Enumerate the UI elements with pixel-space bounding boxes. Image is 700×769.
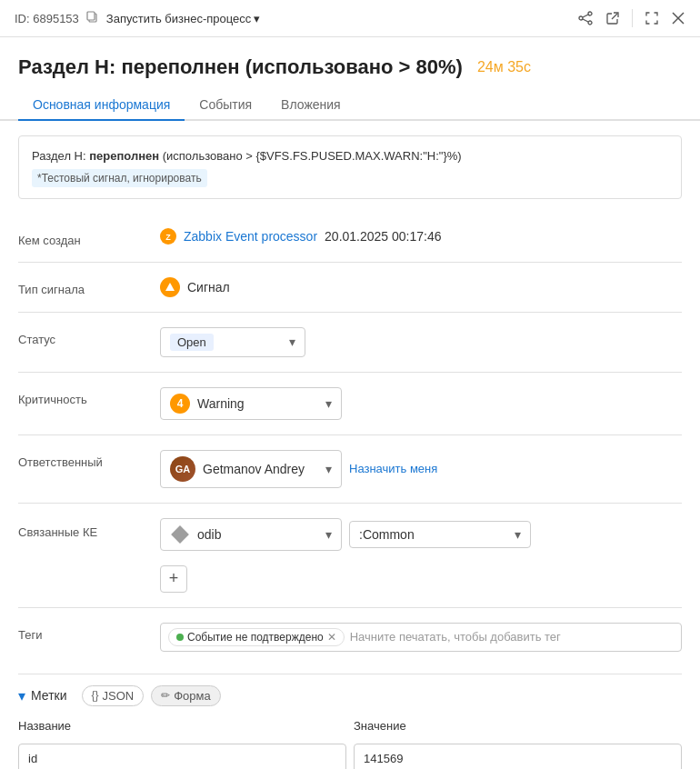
expand-icon[interactable] bbox=[644, 10, 660, 26]
responsible-chevron: ▾ bbox=[325, 462, 332, 476]
alert-tag-badge: *Тестовый сигнал, игнорировать bbox=[32, 169, 207, 187]
tag-item: Событие не подтверждено ✕ bbox=[168, 628, 345, 646]
ke-primary-chevron: ▾ bbox=[325, 527, 332, 542]
tags-value: Событие не подтверждено ✕ Начните печата… bbox=[160, 623, 682, 652]
metki-table-header: Название Значение bbox=[18, 714, 682, 738]
criticality-select[interactable]: 4 Warning ▾ bbox=[160, 387, 342, 420]
tag-input-placeholder[interactable]: Начните печатать, чтобы добавить тег bbox=[350, 630, 561, 644]
page-header: Раздел H: переполнен (использовано > 80%… bbox=[0, 37, 700, 90]
ke-secondary-select[interactable]: :Common ▾ bbox=[349, 521, 531, 548]
metki-section: ▾ Метки {} JSON ✏ Форма Название Значени… bbox=[18, 674, 682, 770]
alert-line1-post: (использовано > {$VFS.FS.PUSED.MAX.WARN:… bbox=[159, 149, 461, 163]
copy-icon[interactable] bbox=[86, 11, 99, 26]
signal-type-value: Сигнал bbox=[160, 277, 682, 297]
metki-tab-form[interactable]: ✏ Форма bbox=[151, 685, 221, 706]
svg-marker-12 bbox=[165, 283, 175, 291]
alert-line1-pre: Раздел H: bbox=[32, 149, 89, 163]
main-content: Раздел H: переполнен (использовано > {$V… bbox=[0, 121, 700, 769]
signal-type-label: Тип сигнала bbox=[18, 277, 145, 296]
field-responsible: Ответственный GA Getmanov Andrey ▾ Назна… bbox=[18, 439, 682, 499]
svg-line-5 bbox=[583, 15, 588, 17]
row-name-0: id bbox=[18, 744, 346, 770]
tab-basic-info[interactable]: Основная информация bbox=[18, 90, 185, 121]
field-tags: Теги Событие не подтверждено ✕ Начните п… bbox=[18, 612, 682, 663]
svg-point-4 bbox=[588, 21, 592, 25]
row-value-0: 141569 bbox=[354, 744, 682, 770]
top-bar-actions bbox=[577, 9, 685, 27]
tab-events[interactable]: События bbox=[185, 90, 266, 121]
svg-line-6 bbox=[583, 19, 588, 22]
field-criticality: Критичность 4 Warning ▾ bbox=[18, 376, 682, 431]
form-icon: ✏ bbox=[161, 689, 170, 702]
status-chevron: ▾ bbox=[289, 335, 295, 349]
metki-expand-icon: ▾ bbox=[18, 687, 25, 704]
responsible-label: Ответственный bbox=[18, 450, 145, 469]
alert-line1-bold: переполнен bbox=[89, 149, 159, 163]
tag-text: Событие не подтверждено bbox=[187, 631, 324, 644]
criticality-value: 4 Warning ▾ bbox=[160, 387, 682, 420]
field-status: Статус Open ▾ bbox=[18, 316, 682, 368]
tag-dot bbox=[176, 634, 184, 641]
col-name-header: Название bbox=[18, 719, 346, 733]
ke-label: Связанные КЕ bbox=[18, 518, 145, 539]
signal-text: Сигнал bbox=[187, 280, 230, 295]
avatar: GA bbox=[170, 456, 195, 482]
share-icon[interactable] bbox=[577, 10, 594, 26]
ke-primary-text: odib bbox=[197, 527, 221, 542]
record-id: ID: 6895153 bbox=[15, 12, 79, 25]
top-bar: ID: 6895153 Запустить бизнес-процесс ▾ bbox=[0, 0, 700, 37]
ke-secondary-text: :Common bbox=[359, 527, 415, 542]
metki-tab-json[interactable]: {} JSON bbox=[82, 685, 145, 706]
assign-me-link[interactable]: Назначить меня bbox=[349, 462, 437, 475]
tags-input-area[interactable]: Событие не подтверждено ✕ Начните печата… bbox=[160, 623, 682, 652]
responsible-name: Getmanov Andrey bbox=[203, 462, 305, 476]
created-by-label: Кем создан bbox=[18, 228, 145, 247]
alert-description: Раздел H: переполнен (использовано > {$V… bbox=[18, 135, 682, 199]
creator-link[interactable]: Zabbix Event processor bbox=[184, 229, 317, 244]
creator-date: 20.01.2025 00:17:46 bbox=[325, 229, 441, 244]
metki-toggle[interactable]: ▾ Метки bbox=[18, 687, 67, 704]
launch-process-button[interactable]: Запустить бизнес-процесс ▾ bbox=[106, 12, 260, 25]
zabbix-icon: Z bbox=[160, 228, 176, 245]
svg-point-3 bbox=[579, 16, 583, 20]
criticality-badge: 4 bbox=[170, 394, 190, 414]
responsible-value: GA Getmanov Andrey ▾ Назначить меня bbox=[160, 450, 682, 488]
ke-diamond-icon bbox=[170, 524, 190, 544]
page-timer: 24м 35с bbox=[477, 59, 531, 75]
external-link-icon[interactable] bbox=[605, 10, 621, 26]
tabs: Основная информация События Вложения bbox=[0, 90, 700, 121]
svg-text:Z: Z bbox=[165, 233, 171, 242]
page-title: Раздел H: переполнен (использовано > 80%… bbox=[18, 55, 463, 79]
ke-primary-select[interactable]: odib ▾ bbox=[160, 518, 342, 551]
svg-rect-1 bbox=[87, 12, 95, 20]
form-tab-label: Форма bbox=[174, 689, 211, 703]
ke-value: odib ▾ :Common ▾ + bbox=[160, 518, 682, 593]
ke-secondary-chevron: ▾ bbox=[515, 527, 521, 542]
svg-line-7 bbox=[612, 14, 617, 19]
divider bbox=[632, 9, 633, 27]
table-row: id 141569 bbox=[18, 744, 682, 770]
criticality-label: Критичность bbox=[18, 387, 145, 406]
metki-view-tabs: {} JSON ✏ Форма bbox=[82, 685, 221, 706]
field-linked-ke: Связанные КЕ odib ▾ :Common ▾ + bbox=[18, 507, 682, 604]
metki-header: ▾ Метки {} JSON ✏ Форма bbox=[18, 678, 682, 714]
criticality-chevron: ▾ bbox=[325, 396, 332, 411]
status-select[interactable]: Open ▾ bbox=[160, 327, 305, 357]
status-badge: Open bbox=[170, 334, 214, 351]
metki-title-text: Метки bbox=[31, 688, 67, 703]
add-ke-button[interactable]: + bbox=[160, 565, 187, 593]
signal-icon bbox=[160, 277, 180, 297]
field-created-by: Кем создан Z Zabbix Event processor 20.0… bbox=[18, 217, 682, 258]
close-icon[interactable] bbox=[671, 11, 685, 25]
field-signal-type: Тип сигнала Сигнал bbox=[18, 266, 682, 308]
responsible-select[interactable]: GA Getmanov Andrey ▾ bbox=[160, 450, 342, 488]
status-label: Статус bbox=[18, 327, 145, 346]
svg-point-2 bbox=[588, 12, 592, 15]
tab-attachments[interactable]: Вложения bbox=[266, 90, 355, 121]
status-value: Open ▾ bbox=[160, 327, 682, 357]
json-icon: {} bbox=[92, 689, 99, 702]
created-by-value: Z Zabbix Event processor 20.01.2025 00:1… bbox=[160, 228, 682, 245]
json-tab-label: JSON bbox=[103, 689, 135, 703]
tag-remove-button[interactable]: ✕ bbox=[327, 631, 336, 644]
tags-label: Теги bbox=[18, 623, 145, 642]
